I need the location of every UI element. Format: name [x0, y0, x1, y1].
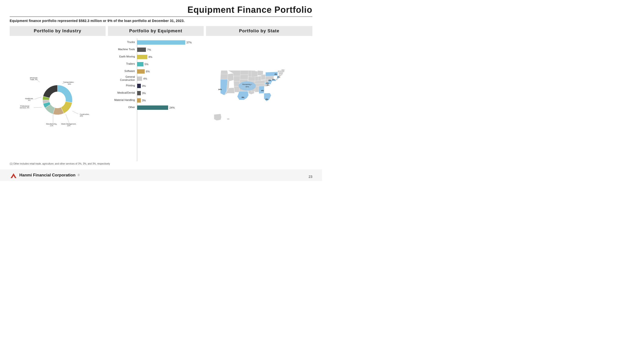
bar-fill [137, 40, 185, 45]
svg-marker-30 [237, 91, 248, 100]
label-wholesale: Wholesale [30, 77, 38, 78]
bar-pct: 4% [143, 77, 147, 80]
bar-pct: 5% [145, 63, 148, 66]
svg-marker-40 [261, 74, 266, 80]
svg-text:21%: 21% [44, 79, 47, 81]
bar-row: Printing3% [110, 83, 202, 88]
bar-label: Machine Tools [110, 48, 137, 51]
svg-text:6%: 6% [268, 79, 271, 81]
svg-marker-18 [228, 73, 234, 81]
page-number: 23 [308, 175, 312, 179]
bar-row: General Construction4% [110, 76, 202, 81]
bar-fill [137, 47, 146, 52]
bar-pct: 3% [142, 84, 146, 87]
bar-label: Other [110, 106, 137, 109]
svg-marker-26 [240, 74, 248, 79]
page-title: Equipment Finance Portfolio [10, 5, 312, 15]
footnote-text: (1) Other includes retail trade, agricul… [10, 162, 312, 165]
bar-track: 7% [137, 47, 202, 52]
us-map-container: 14%9%8%6%4%4%4%3%3%3%Remaining =45% [206, 38, 312, 161]
equipment-header: Portfolio by Equipment [108, 26, 204, 36]
bar-fill [137, 91, 141, 95]
bar-fill [137, 84, 141, 88]
bar-row: Software6% [110, 68, 202, 74]
svg-text:28%: 28% [68, 83, 71, 85]
bar-pct: 3% [142, 92, 146, 95]
svg-text:Services, 5%: Services, 5% [20, 107, 29, 109]
bar-fill [137, 105, 168, 110]
bar-row: Material Handling3% [110, 97, 202, 103]
bar-label: Trucks [110, 40, 137, 44]
footer: Hanmi Financial Corporation ® [0, 169, 322, 181]
svg-marker-62 [214, 114, 221, 120]
us-map: 14%9%8%6%4%4%4%3%3%3%Remaining =45% [206, 64, 312, 136]
industry-col: Portfolio by Industry [10, 26, 106, 161]
bar-track: 6% [137, 69, 202, 73]
bar-pct: 7% [147, 48, 151, 51]
svg-line-9 [37, 80, 40, 82]
bar-label: Printing [110, 84, 137, 87]
svg-text:3%: 3% [267, 84, 269, 86]
bar-row: Medical/Dental3% [110, 90, 202, 96]
svg-text:9%: 9% [242, 96, 244, 98]
bar-track: 37% [137, 40, 202, 44]
bar-pct: 8% [148, 55, 152, 58]
bar-track: 8% [137, 54, 202, 59]
svg-text:4%: 4% [274, 73, 277, 75]
bar-fill [137, 69, 145, 74]
subtitle: Equipment finance portfolio represented … [10, 19, 312, 23]
divider [10, 16, 312, 17]
svg-marker-16 [220, 74, 228, 79]
industry-header: Portfolio by Industry [10, 26, 106, 36]
bar-chart: Trucks37%Machine Tools7%Earth Moving8%Tr… [108, 38, 204, 161]
main-columns: Portfolio by Industry [10, 26, 312, 161]
page: Equipment Finance Portfolio Equipment fi… [0, 0, 322, 181]
bar-fill [137, 55, 147, 59]
label-construction: Construction, [80, 113, 90, 115]
bar-label: General Construction [110, 75, 137, 82]
label-professional: Professional [20, 105, 30, 107]
equipment-col: Portfolio by Equipment Trucks37%Machine … [108, 26, 204, 161]
bar-label: Medical/Dental [110, 91, 137, 94]
logo-icon [10, 171, 18, 179]
bar-row: Other24% [110, 105, 202, 110]
bar-label: Earth Moving [110, 55, 137, 58]
bar-pct: 3% [142, 99, 146, 102]
svg-marker-36 [251, 70, 258, 77]
bar-label: Software [110, 69, 137, 73]
svg-marker-59 [278, 70, 280, 72]
bar-label: Material Handling [110, 98, 137, 102]
svg-text:45%: 45% [246, 86, 249, 88]
bar-row: Trailers5% [110, 61, 202, 67]
donut-center [49, 92, 66, 108]
svg-marker-61 [281, 69, 285, 72]
state-header: Portfolio by State [206, 26, 312, 36]
svg-line-13 [66, 114, 69, 124]
bar-row: Earth Moving8% [110, 54, 202, 59]
label-healthcare: Healthcare, [25, 97, 34, 99]
bar-track: 5% [137, 62, 202, 66]
svg-marker-22 [233, 76, 240, 81]
svg-marker-38 [255, 76, 258, 81]
svg-text:8%: 8% [266, 98, 268, 100]
donut-chart: Transportation, 28% Wholesale Trade, 4% … [19, 61, 96, 138]
svg-text:3%: 3% [272, 78, 275, 80]
bar-track: 3% [137, 83, 202, 88]
svg-text:Trade, 4%: Trade, 4% [30, 79, 38, 80]
svg-text:4%: 4% [261, 89, 264, 92]
svg-text:14%: 14% [218, 88, 222, 90]
svg-text:4%: 4% [278, 76, 280, 78]
bar-pct: 24% [169, 106, 175, 109]
svg-line-14 [72, 111, 78, 114]
state-col: Portfolio by State 14%9%8%6%4%4%4%3%3%3%… [206, 26, 312, 161]
bar-label: Trailers [110, 62, 137, 65]
bar-track: 4% [137, 76, 202, 81]
svg-marker-32 [248, 76, 255, 81]
svg-line-11 [34, 107, 42, 107]
svg-text:4%: 4% [28, 99, 30, 101]
donut-container: Transportation, 28% Wholesale Trade, 4% … [10, 38, 106, 161]
bar-track: 3% [137, 98, 202, 102]
bar-fill [137, 98, 141, 103]
footer-logo: Hanmi Financial Corporation ® [10, 171, 80, 179]
svg-marker-63 [226, 118, 230, 120]
